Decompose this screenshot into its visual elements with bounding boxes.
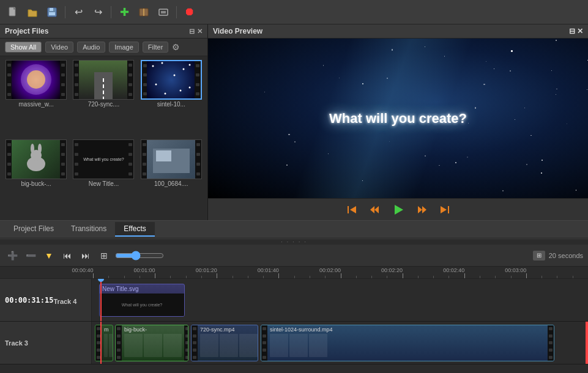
clip-clip-title[interactable]: New Title.svgWhat will you create? xyxy=(99,284,185,317)
pf-filter-bar: Show AllVideoAudioImageFilter⚙ xyxy=(0,39,207,56)
new-button[interactable] xyxy=(5,4,21,20)
svg-point-19 xyxy=(164,93,166,95)
track-name-track-3: Track 3 xyxy=(5,339,28,347)
fast-forward-btn[interactable] xyxy=(413,201,430,218)
svg-marker-31 xyxy=(395,205,403,215)
thumb-inner-item-6 xyxy=(147,139,196,179)
filter-audio[interactable]: Audio xyxy=(77,42,105,53)
tab-effects[interactable]: Effects xyxy=(115,222,154,237)
timecode-display: 00:00:31:15 xyxy=(5,297,53,304)
media-item-item-1[interactable]: massive_w... xyxy=(4,60,69,137)
tab-project-files[interactable]: Project Files xyxy=(5,222,62,237)
thumb-inner-item-1 xyxy=(12,60,61,100)
tab-transitions[interactable]: Transitions xyxy=(62,222,115,237)
clip-thumb-mini xyxy=(104,334,108,357)
filter-filter[interactable]: Filter xyxy=(143,42,168,53)
clip-thumb-mini xyxy=(163,334,182,357)
tl-snap-btn[interactable]: ⊞ xyxy=(97,248,111,263)
media-item-item-2[interactable]: 720-sync.... xyxy=(71,60,136,137)
filter-settings-icon[interactable]: ⚙ xyxy=(172,42,180,52)
media-item-item-4[interactable]: big-buck-... xyxy=(4,139,69,216)
ruler-label: 00:03:00 xyxy=(505,267,526,273)
clip-preview-text: What will you create? xyxy=(122,303,163,307)
ruler-label: 00:01:00 xyxy=(134,267,155,273)
clip-clip-buck[interactable]: big-buck- xyxy=(115,325,188,361)
svg-marker-35 xyxy=(441,206,447,213)
tl-add-btn[interactable]: ➕ xyxy=(5,248,20,263)
svg-marker-30 xyxy=(370,206,374,213)
skip-end-btn[interactable] xyxy=(436,201,453,218)
clip-name-clip-buck: big-buck- xyxy=(124,327,182,333)
thumb-inner-item-3 xyxy=(147,60,196,100)
skip-start-btn[interactable] xyxy=(343,201,360,218)
tl-start-btn[interactable]: ⏮ xyxy=(60,248,75,263)
clip-thumb-mini xyxy=(289,334,308,357)
svg-point-15 xyxy=(188,64,190,66)
zoom-slider[interactable] xyxy=(115,251,164,260)
svg-point-9 xyxy=(27,70,45,89)
timeline-toolbar: ➕➖▼⏮⏭⊞⊞20 seconds xyxy=(0,245,588,267)
media-item-item-3[interactable]: sintel-10... xyxy=(139,60,204,137)
pf-close-icon[interactable]: ✕ xyxy=(197,28,203,35)
duration-label: 20 seconds xyxy=(549,252,583,259)
ruler-label: 00:02:40 xyxy=(443,267,464,273)
vp-minimize-icon[interactable]: ⊟ xyxy=(569,27,575,35)
clip-thumb-row-clip-sync xyxy=(200,334,258,357)
add-button[interactable]: ✚ xyxy=(116,4,132,20)
media-thumb-item-1 xyxy=(6,60,67,100)
video-preview-panel: Video Preview ⊟ ✕ What will you create? xyxy=(208,24,588,220)
media-label-item-6: 100_0684.... xyxy=(154,180,188,187)
clip-thumb-mini xyxy=(200,334,218,357)
clip-clip-bunny-small[interactable]: m xyxy=(95,325,113,361)
vp-title: Video Preview xyxy=(213,27,567,35)
project-files-panel: Project Files ⊟ ✕ Show AllVideoAudioImag… xyxy=(0,24,208,220)
vp-screen: What will you create? xyxy=(208,39,588,198)
svg-rect-3 xyxy=(49,12,55,15)
transitions-button[interactable] xyxy=(136,4,152,20)
record-button[interactable]: ⏺ xyxy=(182,4,198,20)
media-label-item-3: sintel-10... xyxy=(157,101,185,108)
track-label-track-3: Track 3 xyxy=(0,322,92,364)
svg-rect-26 xyxy=(156,150,171,161)
open-button[interactable] xyxy=(24,4,40,20)
filter-image[interactable]: Image xyxy=(109,42,139,53)
media-item-item-5[interactable]: What will you create?New Title... xyxy=(71,139,136,216)
tl-end-btn[interactable]: ⏭ xyxy=(78,248,93,263)
media-thumb-item-2 xyxy=(73,60,134,100)
media-item-item-6[interactable]: 100_0684.... xyxy=(139,139,204,216)
sep-1 xyxy=(65,6,65,18)
pf-minimize-icon[interactable]: ⊟ xyxy=(189,28,195,35)
svg-marker-33 xyxy=(422,206,426,213)
media-thumb-item-5: What will you create? xyxy=(73,139,134,179)
svg-point-23 xyxy=(31,144,34,153)
svg-marker-29 xyxy=(374,206,379,213)
sep-2 xyxy=(111,6,111,18)
svg-marker-28 xyxy=(350,206,356,213)
clip-name-clip-bunny-small: m xyxy=(104,327,113,333)
clip-clip-sintel[interactable]: sintel-1024-surround.mp4 xyxy=(261,325,554,361)
svg-point-20 xyxy=(188,87,190,89)
clip-thumb-row-clip-buck xyxy=(124,334,182,357)
track-label-track-4: 00:00:31:15Track 4 xyxy=(0,279,92,321)
timeline-tracks: 00:00:31:15Track 4New Title.svgWhat will… xyxy=(0,279,588,364)
ruler-label: 00:01:40 xyxy=(258,267,279,273)
rewind-btn[interactable] xyxy=(367,201,384,218)
save-button[interactable] xyxy=(44,4,60,20)
vp-close-icon[interactable]: ✕ xyxy=(577,27,583,35)
filter-all[interactable]: Show All xyxy=(5,42,42,53)
redo-button[interactable]: ↪ xyxy=(90,4,106,20)
undo-button[interactable]: ↩ xyxy=(70,4,86,20)
tl-remove-btn[interactable]: ➖ xyxy=(23,248,38,263)
clip-preview-clip-title: What will you create? xyxy=(100,294,184,316)
collapse-handle[interactable]: · · · · · xyxy=(0,238,588,245)
fullscreen-button[interactable] xyxy=(155,4,171,20)
svg-point-13 xyxy=(161,62,163,64)
filter-video[interactable]: Video xyxy=(45,42,73,53)
main-toolbar: ↩ ↪ ✚ ⏺ xyxy=(0,0,588,24)
tl-filter-btn[interactable]: ▼ xyxy=(42,248,56,263)
play-btn[interactable] xyxy=(390,201,407,218)
media-label-item-2: 720-sync.... xyxy=(88,101,120,108)
clip-thumb-row-clip-bunny-small xyxy=(104,334,113,357)
main-area: Project Files ⊟ ✕ Show AllVideoAudioImag… xyxy=(0,24,588,220)
clip-clip-sync[interactable]: 720-sync.mp4 xyxy=(191,325,258,361)
